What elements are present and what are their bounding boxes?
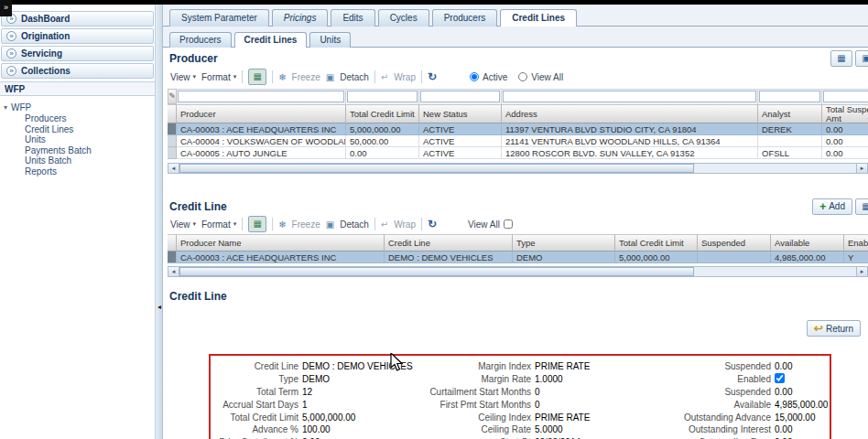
tab-pricings[interactable]: Pricings: [272, 9, 329, 27]
wrap-button[interactable]: Wrap: [394, 72, 416, 82]
format-menu[interactable]: Format ▾: [201, 72, 236, 82]
wrap-icon[interactable]: ↵: [381, 72, 388, 82]
detach-button[interactable]: Detach: [340, 72, 369, 82]
pencil-icon[interactable]: ✎: [168, 89, 177, 104]
tree-item-units-batch[interactable]: Units Batch: [0, 155, 155, 166]
column-header[interactable]: Producer: [177, 104, 346, 123]
sidebar-item-servicing[interactable]: » Servicing: [1, 46, 154, 61]
format-menu[interactable]: Format ▾: [201, 220, 236, 230]
active-radio[interactable]: [470, 72, 479, 81]
query-by-example-toggle[interactable]: ▦: [248, 69, 266, 85]
tab-producers[interactable]: Producers: [432, 9, 498, 27]
scroll-right-icon[interactable]: ▸: [856, 163, 868, 174]
scroll-left-icon[interactable]: ◂: [168, 163, 179, 174]
row-selector[interactable]: [168, 252, 177, 263]
table-cell[interactable]: CA-00003 : ACE HEADQUARTERS INC: [177, 123, 346, 135]
scrollbar-thumb[interactable]: [179, 267, 694, 276]
subtab-credit-lines[interactable]: Credit Lines: [234, 32, 308, 48]
table-cell[interactable]: 0.00: [822, 147, 868, 159]
column-header[interactable]: Analyst: [758, 104, 822, 123]
tab-edits[interactable]: Edits: [331, 9, 374, 27]
detach-icon[interactable]: ▣: [326, 220, 334, 230]
return-button[interactable]: ↩ Return: [807, 320, 861, 337]
filter-status-input[interactable]: [420, 91, 500, 102]
table-cell[interactable]: 5,000,000.00: [346, 123, 419, 135]
tab-cycles[interactable]: Cycles: [378, 9, 429, 27]
table-cell[interactable]: ACTIVE: [419, 123, 502, 135]
column-header[interactable]: Total Credit Limit: [346, 104, 419, 123]
table-cell[interactable]: 0.00: [822, 135, 868, 147]
splitter-collapse-icon[interactable]: ◂: [156, 303, 163, 311]
row-selector[interactable]: [168, 147, 177, 159]
column-header[interactable]: Producer Name: [177, 234, 385, 252]
tree-item-reports[interactable]: Reports: [0, 166, 155, 177]
table-cell[interactable]: CA-00003 : ACE HEADQUARTERS INC: [177, 252, 385, 263]
tree-item-payments-batch[interactable]: Payments Batch: [0, 145, 155, 156]
table-cell[interactable]: ACTIVE: [419, 135, 502, 147]
column-header[interactable]: Total Suspended Amt: [822, 104, 868, 123]
subtab-units[interactable]: Units: [309, 32, 351, 48]
filter-producer-input[interactable]: [178, 91, 344, 102]
view-menu[interactable]: View ▾: [170, 220, 196, 230]
add-button[interactable]: + Add: [812, 198, 852, 215]
filter-credit-limit-input[interactable]: [347, 91, 418, 102]
scrollbar-thumb[interactable]: [179, 164, 694, 173]
column-header[interactable]: Address: [502, 104, 758, 123]
table-cell[interactable]: DEMO : DEMO VEHICLES: [385, 252, 513, 263]
column-header[interactable]: Suspended: [698, 234, 771, 252]
collapse-pane-icon[interactable]: »: [0, 0, 12, 16]
filter-analyst-input[interactable]: [759, 91, 820, 102]
view-menu[interactable]: View ▾: [170, 72, 196, 82]
table-cell[interactable]: 11397 VENTURA BLVD STUDIO CITY, CA 91804: [502, 123, 758, 135]
subtab-producers[interactable]: Producers: [169, 32, 232, 48]
view-all-radio[interactable]: [518, 72, 527, 81]
refresh-icon[interactable]: ↻: [428, 218, 437, 230]
column-header[interactable]: Credit Line: [385, 234, 513, 252]
filter-address-input[interactable]: [503, 91, 756, 102]
table-cell[interactable]: [698, 252, 771, 263]
table-cell[interactable]: ACTIVE: [419, 147, 502, 159]
column-header[interactable]: Available: [771, 234, 844, 252]
column-header[interactable]: Total Credit Limit: [615, 234, 698, 252]
pane-splitter[interactable]: ◂: [156, 5, 163, 439]
column-header[interactable]: New Status: [419, 104, 502, 123]
sidebar-item-collections[interactable]: » Collections: [1, 63, 154, 79]
scroll-right-icon[interactable]: ▸: [856, 266, 868, 277]
detach-button[interactable]: Detach: [340, 220, 369, 230]
table-cell[interactable]: CA-00004 : VOLKSWAGEN OF WOODLAND ...: [177, 135, 346, 147]
enabled-checkbox[interactable]: [775, 373, 785, 383]
table-cell[interactable]: 5,000,000.00: [615, 252, 698, 263]
table-cell[interactable]: 50,000.00: [346, 135, 419, 147]
column-header[interactable]: Type: [513, 234, 615, 252]
scrollbar-track[interactable]: [179, 163, 856, 174]
column-header[interactable]: Enabled: [844, 234, 868, 252]
freeze-button[interactable]: Freeze: [292, 72, 320, 82]
table-cell[interactable]: 0.00: [346, 147, 419, 159]
table-cell[interactable]: CA-00005 : AUTO JUNGLE: [177, 147, 346, 159]
freeze-icon[interactable]: ❄: [278, 220, 286, 230]
table-options-icon[interactable]: ▦: [830, 50, 852, 67]
detach-icon[interactable]: ▣: [326, 72, 334, 82]
view-all-checkbox[interactable]: [504, 220, 513, 229]
sidebar-item-origination[interactable]: » Origination: [1, 28, 154, 44]
table-cell[interactable]: Y: [844, 252, 868, 263]
tree-item-credit-lines[interactable]: Credit Lines: [0, 124, 155, 135]
sidebar-item-dashboard[interactable]: » DashBoard: [1, 11, 154, 27]
scroll-left-icon[interactable]: ◂: [168, 266, 179, 277]
wrap-icon[interactable]: ↵: [381, 220, 388, 230]
tree-expand-icon[interactable]: ▾: [4, 103, 7, 112]
table-cell[interactable]: DEREK: [758, 123, 822, 135]
freeze-button[interactable]: Freeze: [292, 220, 320, 230]
window-actions-icon[interactable]: ▣: [855, 50, 868, 67]
table-options-icon[interactable]: ▦: [855, 198, 868, 215]
tree-item-units[interactable]: Units: [0, 134, 155, 145]
table-cell[interactable]: DEMO: [513, 252, 615, 263]
table-cell[interactable]: 21141 VENTURA BLVD WOODLAND HILLS, CA 91…: [502, 135, 758, 147]
refresh-icon[interactable]: ↻: [428, 70, 437, 83]
table-cell[interactable]: 12800 ROSCOR BLVD. SUN VALLEY, CA 91352: [502, 147, 758, 159]
table-cell[interactable]: [758, 135, 822, 147]
filter-suspended-input[interactable]: [823, 91, 868, 102]
credit-hscrollbar[interactable]: ◂ ▸: [168, 266, 868, 277]
row-selector[interactable]: [168, 123, 177, 135]
scrollbar-track[interactable]: [179, 266, 856, 277]
